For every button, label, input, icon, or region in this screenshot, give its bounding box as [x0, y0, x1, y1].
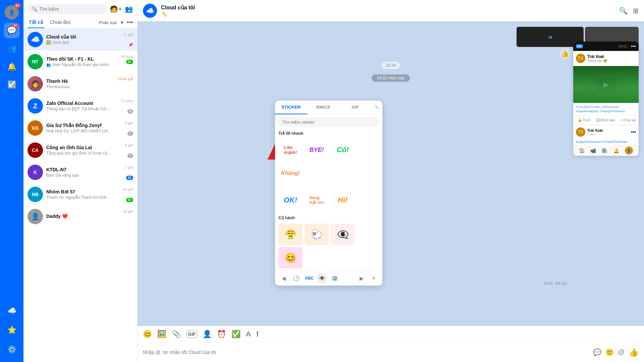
at-icon[interactable]: @	[618, 348, 625, 356]
user-icon-video[interactable]: 👤	[625, 146, 633, 155]
sticker-grid-1: Likemạnh! BYE! Có! Không!	[275, 137, 382, 186]
sticker-cu4[interactable]: 😊	[278, 247, 303, 268]
contact-item-daddy[interactable]: 👤 Daddy ❤️ 20 giờ	[23, 205, 137, 228]
home-icon-video[interactable]: 🏠	[579, 148, 585, 153]
contact-item-giasu[interactable]: GS Gia Sư Thần Đồng Zenyf Huệ Huệ Gv: LỚ…	[23, 117, 137, 139]
emoji-icon[interactable]: 🙂	[605, 348, 614, 356]
add-sticker-icon[interactable]: +	[368, 273, 379, 284]
font-toolbar-icon[interactable]: A	[246, 330, 251, 339]
contact-badge-zalo: N	[127, 109, 133, 114]
video-card: HD 04:01 ••• TX Trái Xoài Trồng cây 🌿	[573, 42, 639, 156]
sticker-search-input[interactable]	[278, 117, 380, 127]
search-action-icons: 🧑+ 👥	[110, 5, 133, 13]
avatar-giasu: GS	[28, 120, 43, 136]
sidebar-item-favorites[interactable]: ⭐	[4, 322, 19, 338]
send-icon[interactable]: 👍	[629, 348, 639, 357]
contact-item-theodo[interactable]: NT Theo dõi SK - F1 - KL 👥 Nam Nguyễn đã…	[23, 51, 137, 73]
sidebar-item-tasks[interactable]: ☑️	[4, 77, 19, 93]
more-options-icon[interactable]: •••	[127, 19, 133, 26]
search-box[interactable]: 🔍	[28, 4, 107, 14]
annotation-area	[143, 87, 639, 154]
image-toolbar-icon[interactable]: 🖼️	[157, 330, 166, 339]
more-options-video[interactable]: •••	[631, 44, 636, 49]
tasks-icon: ☑️	[7, 80, 16, 89]
sticker-ok[interactable]: OK!	[278, 189, 303, 211]
sticker-cu1[interactable]: 😤	[278, 224, 303, 245]
next-sticker-icon[interactable]: ▶	[356, 273, 367, 284]
exclamation-toolbar-icon[interactable]: !	[256, 330, 259, 339]
avatar-theodo: NT	[28, 54, 43, 69]
tab-gif[interactable]: GIF	[339, 101, 371, 114]
more-icon-video2[interactable]: •••	[631, 129, 636, 135]
comment-icon: 💬	[596, 118, 600, 122]
sticker-like[interactable]: Likemạnh!	[278, 139, 303, 161]
prev-sticker-icon[interactable]: ◀	[278, 273, 289, 284]
sticker-bye[interactable]: BYE!	[305, 139, 329, 161]
video-thumbnail[interactable]: ▶	[573, 66, 639, 103]
comment-button-video[interactable]: 💬 Bình luận	[595, 117, 617, 123]
add-group-icon[interactable]: 👥	[125, 5, 133, 13]
like-icon: 👍	[578, 118, 582, 122]
react-icon[interactable]: 👍	[559, 48, 570, 59]
contact-item-cloud[interactable]: ☁️ Cloud của tôi 🖼️ Hình ảnh 11 giờ 📌	[23, 28, 137, 51]
contacts-icon: 👥	[7, 44, 16, 53]
sticker-co[interactable]: Có!	[331, 139, 355, 161]
avatar-item[interactable]: 👤 5+	[4, 5, 19, 20]
tab-unread[interactable]: Chưa đọc	[49, 17, 72, 28]
contact-preview-ktdl: Bạn: Dạ vâng aaa	[46, 173, 133, 178]
sidebar-item-notifications[interactable]: 🔔	[4, 59, 19, 74]
tab-all[interactable]: Tất cả	[28, 17, 45, 28]
contact-toolbar-icon[interactable]: 👤	[203, 330, 212, 339]
sticker-cu3[interactable]: 👁️‍🗨️	[331, 224, 355, 245]
chevron-down-icon: ▼	[120, 20, 124, 25]
contact-preview: 🖼️ Hình ảnh	[46, 40, 133, 45]
message-input[interactable]	[143, 350, 589, 355]
shop-icon-video[interactable]: 🛍️	[602, 148, 607, 153]
sticker-khong[interactable]: Không!	[278, 163, 303, 184]
sidebar-item-cloud[interactable]: ☁️	[4, 303, 19, 318]
expand-icon[interactable]: ⤡	[371, 101, 382, 114]
sticker-nav-right: ▶ +	[356, 273, 379, 284]
avatar-ktdl: K	[28, 165, 43, 180]
sidebar-toggle-icon[interactable]: ⊞	[633, 7, 639, 15]
eye-sticker-icon[interactable]: 👁️	[317, 273, 327, 284]
sidebar-item-contacts[interactable]: 👥	[4, 41, 19, 56]
contact-item-zalo[interactable]: Z Zalo Official Account Thông báo từ BQT…	[23, 95, 137, 117]
contact-name-ktdl: KTDL-N7	[46, 167, 133, 172]
sticker-toolbar-icon[interactable]: 😊	[143, 330, 152, 339]
contact-item-congan[interactable]: CA Công an tỉnh Gia Lai Tặng quà cho gia…	[23, 139, 137, 161]
add-friend-icon[interactable]: 🧑+	[110, 5, 122, 13]
sticker-dang[interactable]: Đangbận xíu	[305, 189, 329, 211]
chat-area: ☁️ Cloud của tôi 🏷️ 🔍 ⊞ 📹	[138, 0, 644, 362]
avatar-badge: 5+	[14, 3, 21, 8]
like-button-video[interactable]: 👍 Thích	[573, 117, 595, 123]
chat-input-area: 💬 🙂 @ 👍	[138, 342, 644, 362]
tab-emoji[interactable]: EMOJI	[307, 101, 339, 114]
share-button-video[interactable]: ↗ Chia sẻ	[617, 117, 639, 123]
contact-info-daddy: Daddy ❤️	[46, 214, 133, 220]
contact-item-nhomboi[interactable]: NB Nhóm Bơi 57 Thanh An: Nguyễn Thanh An…	[23, 183, 137, 205]
attachment-toolbar-icon[interactable]: 📎	[172, 330, 181, 339]
notification-icon-video[interactable]: 🔔	[613, 148, 619, 153]
filter-area[interactable]: Phân loại ▼ •••	[99, 19, 133, 26]
reminder-toolbar-icon[interactable]: ⏰	[217, 330, 226, 339]
search-input[interactable]	[39, 6, 103, 12]
reply-icon[interactable]: 💬	[593, 348, 601, 356]
abc-sticker-icon[interactable]: ABC	[304, 273, 315, 284]
sticker-cu2[interactable]: 🐑	[305, 224, 329, 245]
gear-icon: ⚙️	[7, 345, 16, 354]
tab-sticker[interactable]: STICKER	[275, 101, 307, 114]
search-chat-icon[interactable]: 🔍	[619, 7, 628, 15]
settings-sticker-icon[interactable]: ⚙️	[329, 273, 340, 284]
recent-sticker-icon[interactable]: 🕐	[291, 273, 302, 284]
gif-toolbar-icon[interactable]: GIF	[186, 330, 197, 338]
contact-item-ktdl[interactable]: K KTDL-N7 Bạn: Dạ vâng aaa 7 giờ 61	[23, 161, 137, 183]
contact-item-thanhha[interactable]: 👩 Thanh Hà Thenkiuuuuu Chưa gửi	[23, 73, 137, 95]
sidebar-item-settings[interactable]: ⚙️	[4, 342, 19, 357]
sidebar-item-chat[interactable]: 💬 5+	[4, 23, 19, 38]
checklist-toolbar-icon[interactable]: ✅	[231, 330, 240, 339]
media-strip: 📹 👍	[143, 27, 639, 47]
video-icon-video[interactable]: 📹	[590, 148, 596, 153]
sticker-hi[interactable]: Hi!	[331, 189, 355, 211]
sticker-search-area	[275, 115, 382, 130]
